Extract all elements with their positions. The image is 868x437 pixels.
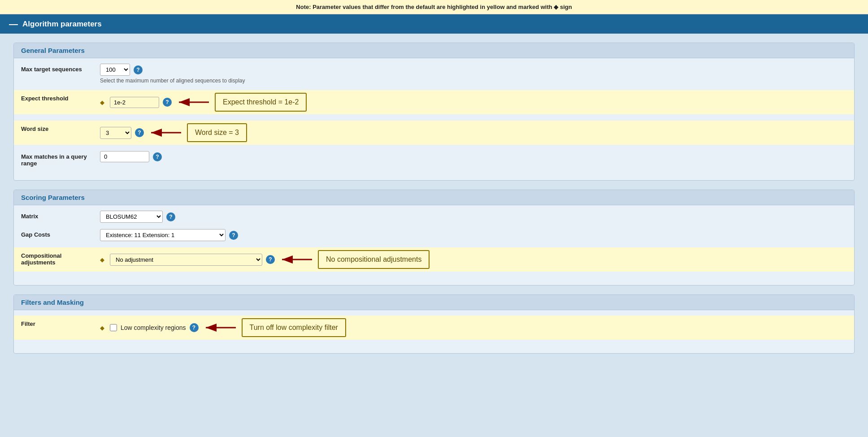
filters-masking-title: Filters and Masking	[14, 295, 854, 310]
filters-masking-rows: Filter ◆ Low complexity regions ?	[14, 310, 854, 340]
word-size-annotation: Word size = 3	[187, 123, 247, 142]
section-header: — Algorithm parameters	[0, 14, 868, 34]
matrix-control: BLOSUM62 PAM30 PAM70 BLOSUM45 BLOSUM80 ?	[100, 211, 175, 223]
general-parameters-rows: Max target sequences 100 250 500 1000 ? …	[14, 58, 854, 167]
filter-label: Filter	[21, 318, 93, 327]
comp-adjustments-help[interactable]: ?	[266, 255, 275, 264]
gap-costs-select[interactable]: Existence: 11 Extension: 1 Existence: 10…	[100, 229, 226, 241]
filters-masking-section: Filters and Masking Filter ◆ Low complex…	[13, 294, 855, 354]
max-matches-row: Max matches in a query range ?	[21, 151, 847, 167]
word-size-select[interactable]: 3 2 4 5 6	[100, 127, 131, 139]
scoring-parameters-section: Scoring Parameters Matrix BLOSUM62 PAM30…	[13, 190, 855, 286]
gap-costs-row: Gap Costs Existence: 11 Extension: 1 Exi…	[21, 229, 847, 241]
matrix-select[interactable]: BLOSUM62 PAM30 PAM70 BLOSUM45 BLOSUM80	[100, 211, 163, 223]
general-parameters-section: General Parameters Max target sequences …	[13, 43, 855, 181]
gap-costs-control: Existence: 11 Extension: 1 Existence: 10…	[100, 229, 238, 241]
filter-control: ◆ Low complexity regions ?	[100, 318, 847, 337]
expect-threshold-help[interactable]: ?	[163, 98, 172, 107]
max-matches-input[interactable]	[100, 151, 149, 162]
max-target-sequences-select[interactable]: 100 250 500 1000	[100, 64, 130, 76]
filter-arrow	[202, 322, 238, 333]
max-target-sequences-hint: Select the maximum number of aligned seq…	[100, 78, 245, 84]
top-note: Note: Parameter values that differ from …	[0, 0, 868, 14]
gap-costs-label: Gap Costs	[21, 229, 93, 238]
expect-threshold-row: Expect threshold ◆ ?	[14, 90, 854, 114]
matrix-help[interactable]: ?	[166, 212, 175, 221]
section-title: Algorithm parameters	[22, 20, 102, 29]
main-content: General Parameters Max target sequences …	[0, 34, 868, 372]
max-target-sequences-row: Max target sequences 100 250 500 1000 ? …	[21, 64, 847, 84]
max-matches-control: ?	[100, 151, 162, 162]
word-size-control: 3 2 4 5 6 ?	[100, 123, 847, 142]
comp-adjustments-diamond: ◆	[100, 256, 104, 263]
word-size-row: Word size 3 2 4 5 6 ?	[14, 121, 854, 145]
matrix-label: Matrix	[21, 211, 93, 220]
page-wrapper: Note: Parameter values that differ from …	[0, 0, 868, 437]
expect-threshold-label: Expect threshold	[21, 93, 93, 102]
filter-help[interactable]: ?	[190, 323, 199, 332]
top-note-text: Note: Parameter values that differ from …	[296, 4, 572, 10]
comp-adjustments-control: ◆ No adjustment Composition-based statis…	[100, 250, 847, 269]
filter-row: Filter ◆ Low complexity regions ?	[14, 316, 854, 340]
max-target-sequences-label: Max target sequences	[21, 64, 93, 73]
max-matches-label: Max matches in a query range	[21, 151, 93, 167]
comp-adjustments-label: Compositional adjustments	[21, 250, 93, 266]
filter-annotation: Turn off low complexity filter	[242, 318, 346, 337]
word-size-label: Word size	[21, 123, 93, 132]
max-matches-help[interactable]: ?	[153, 152, 162, 161]
expect-threshold-annotation: Expect threshold = 1e-2	[215, 93, 307, 112]
max-target-sequences-control: 100 250 500 1000 ? Select the maximum nu…	[100, 64, 245, 84]
expect-threshold-diamond: ◆	[100, 99, 104, 106]
filter-diamond: ◆	[100, 325, 104, 331]
expect-threshold-input[interactable]	[110, 97, 159, 108]
word-size-arrow	[148, 127, 183, 138]
filter-checkbox-label: Low complexity regions	[121, 324, 186, 331]
word-size-help[interactable]: ?	[135, 128, 144, 137]
comp-adjustments-select[interactable]: No adjustment Composition-based statisti…	[110, 254, 262, 266]
expect-threshold-arrow	[175, 97, 211, 108]
scoring-parameters-rows: Matrix BLOSUM62 PAM30 PAM70 BLOSUM45 BLO…	[14, 205, 854, 272]
matrix-row: Matrix BLOSUM62 PAM30 PAM70 BLOSUM45 BLO…	[21, 211, 847, 223]
comp-adjustments-arrow	[278, 254, 314, 265]
gap-costs-help[interactable]: ?	[229, 231, 238, 240]
general-parameters-title: General Parameters	[14, 43, 854, 58]
filter-checkbox[interactable]	[110, 324, 117, 331]
scoring-parameters-title: Scoring Parameters	[14, 190, 854, 205]
comp-adjustments-row: Compositional adjustments ◆ No adjustmen…	[14, 247, 854, 272]
max-target-sequences-help[interactable]: ?	[134, 65, 143, 74]
comp-adjustments-annotation: No compositional adjustments	[318, 250, 430, 269]
expect-threshold-control: ◆ ? Expect threshold = 1e-	[100, 93, 847, 112]
collapse-icon[interactable]: —	[9, 19, 18, 29]
